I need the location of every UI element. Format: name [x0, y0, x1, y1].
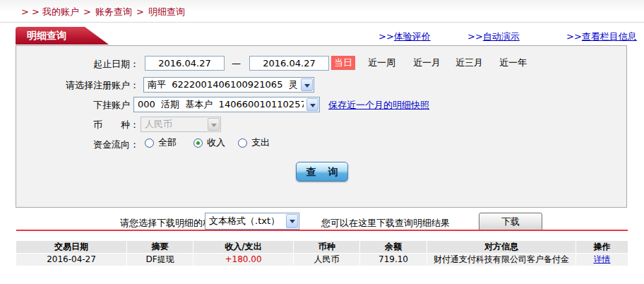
radio-income[interactable] — [193, 138, 203, 148]
link-experience-rating[interactable]: >>体验评价 — [378, 30, 431, 43]
range-last-week-button[interactable]: 近一周 — [368, 56, 395, 70]
link-prefix: >> — [566, 31, 582, 42]
end-date-input[interactable] — [249, 56, 329, 71]
cell-amount: +180.00 — [193, 254, 293, 266]
registered-account-label: 请选择注册账户： — [16, 78, 139, 93]
radio-all-label[interactable]: 全部 — [158, 136, 177, 149]
header-action: 操作 — [576, 241, 628, 253]
link-label: 体验评价 — [394, 31, 431, 42]
link-auto-demo[interactable]: >>自动演示 — [467, 30, 520, 43]
radio-expense-label[interactable]: 支出 — [251, 136, 270, 149]
link-label: 自动演示 — [483, 31, 520, 42]
breadcrumb-item-account-query[interactable]: 账务查询 — [95, 6, 132, 17]
section-tab-label: 明细查询 — [16, 27, 109, 45]
section-tab-detail-query: 明细查询 — [16, 27, 109, 45]
registered-account-select[interactable]: 南平 6222001406100921065 灵通卡 — [143, 77, 314, 93]
link-view-column-info[interactable]: >>查看栏目信息 — [566, 30, 637, 43]
link-prefix: >> — [378, 31, 394, 42]
breadcrumb: > > 我的账户>账务查询>明细查询 — [21, 6, 185, 18]
header-balance: 余额 — [360, 241, 427, 253]
save-snapshot-link[interactable]: 保存近一个月的明细快照 — [328, 99, 429, 112]
start-date-input[interactable] — [145, 56, 225, 71]
header-counterparty: 对方信息 — [427, 241, 576, 253]
detail-link[interactable]: 详情 — [594, 254, 611, 264]
chevron-down-icon — [208, 118, 220, 131]
header-currency: 币种 — [294, 241, 359, 253]
date-dash: — — [232, 56, 241, 71]
header-trade-date: 交易日期 — [16, 241, 126, 253]
download-format-value: 文本格式（.txt） — [209, 213, 283, 229]
link-label: 查看栏目信息 — [582, 31, 637, 42]
currency-select: 人民币 — [141, 117, 221, 132]
cell-trade-date: 2016-04-27 — [16, 254, 126, 266]
breadcrumb-bar: > > 我的账户>账务查询>明细查询 — [0, 0, 644, 23]
download-hint: 您可以在这里下载查询明细结果 — [321, 217, 450, 230]
result-table: 交易日期 摘要 收入/支出 币种 余额 对方信息 操作 2016-04-27 D… — [16, 241, 628, 266]
fund-flow-options: 全部 收入 支出 — [145, 136, 270, 149]
range-last-month-button[interactable]: 近一月 — [413, 56, 441, 70]
breadcrumb-item-detail-query[interactable]: 明细查询 — [148, 6, 185, 17]
cell-currency: 人民币 — [294, 254, 359, 266]
chevron-down-icon[interactable] — [301, 78, 313, 91]
range-last-3-months-button[interactable]: 近三月 — [455, 56, 483, 70]
breadcrumb-separator: > — [132, 6, 148, 17]
radio-expense[interactable] — [238, 138, 247, 148]
sub-account-label: 下挂账户： — [16, 98, 139, 112]
range-today-button[interactable]: 当日 — [331, 56, 355, 70]
breadcrumb-prefix: > > — [21, 6, 42, 17]
chevron-down-icon[interactable] — [286, 214, 298, 228]
sub-account-value: 000 活期 基本户 1406600101102571848 — [138, 97, 304, 112]
download-button[interactable]: 下载 — [479, 213, 542, 231]
registered-account-value: 南平 6222001406100921065 灵通卡 — [148, 78, 298, 92]
sub-account-select[interactable]: 000 活期 基本户 1406600101102571848 — [133, 97, 320, 112]
cell-counterparty: 财付通支付科技有限公司客户备付金 — [427, 254, 576, 266]
fund-flow-label: 资金流向： — [16, 138, 139, 152]
breadcrumb-item-my-account[interactable]: 我的账户 — [42, 6, 79, 17]
link-prefix: >> — [467, 31, 483, 42]
cell-balance: 719.10 — [360, 254, 427, 266]
chevron-down-icon[interactable] — [306, 98, 318, 111]
date-range-label: 起止日期： — [16, 57, 139, 71]
table-header-row: 交易日期 摘要 收入/支出 币种 余额 对方信息 操作 — [16, 241, 628, 253]
breadcrumb-separator: > — [79, 6, 95, 17]
download-format-select[interactable]: 文本格式（.txt） — [205, 213, 299, 230]
header-income-expense: 收入/支出 — [193, 241, 293, 253]
radio-income-label[interactable]: 收入 — [207, 136, 225, 149]
query-form-panel: 起止日期： — 当日 近一周 近一月 近三月 近一年 请选择注册账户： 南平 6… — [16, 45, 627, 208]
currency-label: 币 种： — [16, 118, 139, 132]
currency-value: 人民币 — [145, 117, 205, 131]
red-divider — [16, 230, 628, 231]
cell-summary: DF提现 — [127, 254, 193, 266]
radio-all[interactable] — [145, 138, 154, 148]
page: > > 我的账户>账务查询>明细查询 明细查询 >>体验评价 >>自动演示 >>… — [0, 0, 644, 284]
table-row: 2016-04-27 DF提现 +180.00 人民币 719.10 财付通支付… — [16, 254, 628, 266]
header-summary: 摘要 — [127, 241, 193, 253]
query-button[interactable]: 查 询 — [296, 162, 348, 182]
cell-action: 详情 — [576, 254, 628, 266]
range-last-year-button[interactable]: 近一年 — [499, 56, 527, 70]
